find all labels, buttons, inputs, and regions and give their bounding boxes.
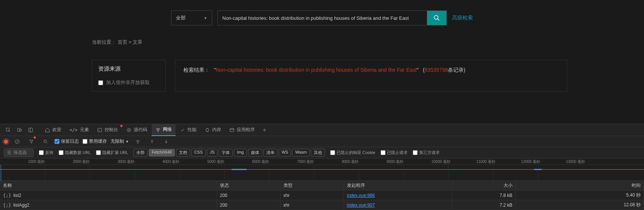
- col-time[interactable]: 时间: [515, 181, 644, 191]
- network-toolbar: 保留日志 禁用缓存 无限制 ▼: [0, 136, 644, 147]
- col-name[interactable]: 名称: [0, 181, 217, 191]
- svg-rect-11: [206, 129, 208, 131]
- tab-performance[interactable]: 性能: [176, 124, 200, 136]
- sidebar-option-external[interactable]: 加入馆外非开放获取: [98, 79, 160, 86]
- results-count: 83539798: [425, 67, 448, 73]
- blocked-req-label: 已阻止请求: [387, 150, 408, 155]
- pill-font[interactable]: 字体: [219, 149, 233, 157]
- sources-icon: [126, 127, 131, 133]
- pill-all[interactable]: 全部: [133, 149, 148, 157]
- sidebar-option-label: 加入馆外非开放获取: [106, 79, 150, 86]
- home-icon: [45, 127, 50, 133]
- blocked-req-checkbox[interactable]: 已阻止请求: [381, 150, 408, 155]
- network-timeline[interactable]: 1000 毫秒 2000 毫秒 3000 毫秒 4000 毫秒 5000 毫秒 …: [0, 158, 644, 181]
- table-row[interactable]: {;}listAgg2 200 xhr index.vue:907 7.2 kB…: [0, 200, 644, 210]
- col-status[interactable]: 状态: [217, 181, 280, 191]
- results-count-suffix: 条记录: [448, 67, 464, 73]
- sidebar-option-checkbox[interactable]: [98, 80, 103, 85]
- filter-placeholder: 筛选器: [13, 149, 27, 156]
- pill-other[interactable]: 其他: [311, 149, 325, 157]
- breadcrumb: 当前位置： 首页 > 文章: [0, 36, 644, 49]
- preserve-log-checkbox[interactable]: 保留日志: [55, 138, 79, 145]
- tab-application[interactable]: 应用程序: [226, 124, 258, 136]
- pill-doc[interactable]: 文档: [176, 149, 190, 157]
- ruler-tick: 13000 毫秒: [566, 159, 585, 164]
- search-button[interactable]: [427, 11, 446, 25]
- pill-ws[interactable]: WS: [279, 149, 291, 157]
- blocked-req-input[interactable]: [381, 150, 386, 155]
- tab-console[interactable]: 控制台: [93, 124, 122, 136]
- export-button[interactable]: [161, 136, 171, 147]
- request-initiator[interactable]: index.vue:907: [347, 203, 375, 208]
- pill-css[interactable]: CSS: [191, 149, 206, 157]
- hide-ext-input[interactable]: [96, 150, 101, 155]
- tab-sources[interactable]: 源代码: [123, 124, 151, 136]
- ruler-tick: 7000 毫秒: [297, 159, 314, 164]
- third-party-checkbox[interactable]: 第三方请求: [413, 150, 440, 155]
- hide-data-input[interactable]: [59, 150, 64, 155]
- pill-img[interactable]: Img: [234, 149, 247, 157]
- search-input[interactable]: [218, 11, 427, 25]
- table-row[interactable]: {;}list2 200 xhr index.vue:966 7.8 kB 5.…: [0, 191, 644, 200]
- request-status: 200: [217, 191, 280, 200]
- tab-elements[interactable]: </> 元素: [66, 124, 93, 136]
- search-scope-select[interactable]: 全部 ▼: [171, 10, 212, 25]
- search-toggle[interactable]: [40, 136, 51, 147]
- pill-fetch[interactable]: Fetch/XHR: [149, 149, 175, 157]
- search-scope-value: 全部: [176, 15, 186, 21]
- timeline-cursor[interactable]: [1, 165, 1, 181]
- results-query: Non-capital histories: book distribution…: [216, 67, 417, 73]
- throttling-select[interactable]: 无限制 ▼: [111, 138, 129, 145]
- pill-manifest[interactable]: 清单: [263, 149, 278, 157]
- third-party-input[interactable]: [413, 150, 418, 155]
- filter-input[interactable]: ☰ 筛选器: [4, 148, 34, 157]
- pill-wasm[interactable]: Wasm: [292, 149, 310, 157]
- blocked-cookie-checkbox[interactable]: 已阻止的响应 Cookie: [330, 150, 375, 155]
- blocked-cookie-input[interactable]: [330, 150, 335, 155]
- filter-icon: [29, 139, 34, 144]
- request-initiator[interactable]: index.vue:966: [347, 193, 375, 198]
- dock-icon[interactable]: [25, 125, 36, 135]
- ruler-tick: 10000 毫秒: [431, 159, 451, 164]
- disable-cache-checkbox[interactable]: 禁用缓存: [83, 138, 107, 145]
- invert-checkbox[interactable]: 反转: [39, 150, 53, 155]
- request-type: xhr: [280, 200, 344, 210]
- inspect-icon[interactable]: [3, 125, 13, 135]
- json-icon: {;}: [3, 193, 11, 198]
- col-type[interactable]: 类型: [280, 181, 344, 191]
- breadcrumb-page[interactable]: 文章: [133, 39, 142, 45]
- preserve-log-label: 保留日志: [61, 138, 79, 145]
- tab-network[interactable]: 网络: [152, 124, 176, 136]
- import-button[interactable]: [147, 136, 157, 147]
- pill-js[interactable]: JS: [207, 149, 218, 157]
- json-icon: {;}: [3, 203, 11, 208]
- add-tab-button[interactable]: [259, 125, 270, 135]
- breadcrumb-home[interactable]: 首页: [118, 39, 127, 45]
- col-size[interactable]: 大小: [452, 181, 515, 191]
- request-status: 200: [217, 200, 280, 210]
- invert-input[interactable]: [39, 150, 44, 155]
- tab-elements-label: 元素: [80, 127, 89, 133]
- clear-button[interactable]: [12, 136, 22, 147]
- request-size: 7.8 kB: [452, 191, 515, 200]
- hide-ext-checkbox[interactable]: 隐藏扩展 URL: [96, 150, 128, 155]
- ruler-tick: 5000 毫秒: [207, 159, 224, 164]
- pill-media[interactable]: 媒体: [248, 149, 262, 157]
- preserve-log-input[interactable]: [55, 139, 59, 144]
- blocked-cookie-label: 已阻止的响应 Cookie: [337, 150, 375, 155]
- hide-data-checkbox[interactable]: 隐藏数据 URL: [59, 150, 91, 155]
- col-initiator[interactable]: 发起程序: [344, 181, 452, 191]
- breadcrumb-label: 当前位置：: [92, 39, 116, 45]
- network-conditions-button[interactable]: [133, 136, 143, 147]
- content-row: 资源来源 加入馆外非开放获取 检索结果： "Non-capital histor…: [0, 49, 644, 92]
- filter-toggle[interactable]: [26, 136, 37, 147]
- tab-performance-label: 性能: [188, 127, 196, 133]
- disable-cache-input[interactable]: [83, 139, 87, 144]
- tab-memory[interactable]: 内存: [201, 124, 225, 136]
- search-bar: 全部 ▼ 高级检索: [0, 0, 644, 36]
- tab-welcome[interactable]: 欢迎: [41, 124, 65, 136]
- filter-badge-icon: [34, 136, 36, 139]
- record-button[interactable]: [4, 139, 8, 144]
- advanced-search-link[interactable]: 高级检索: [452, 15, 473, 21]
- device-toolbar-icon[interactable]: [14, 125, 25, 135]
